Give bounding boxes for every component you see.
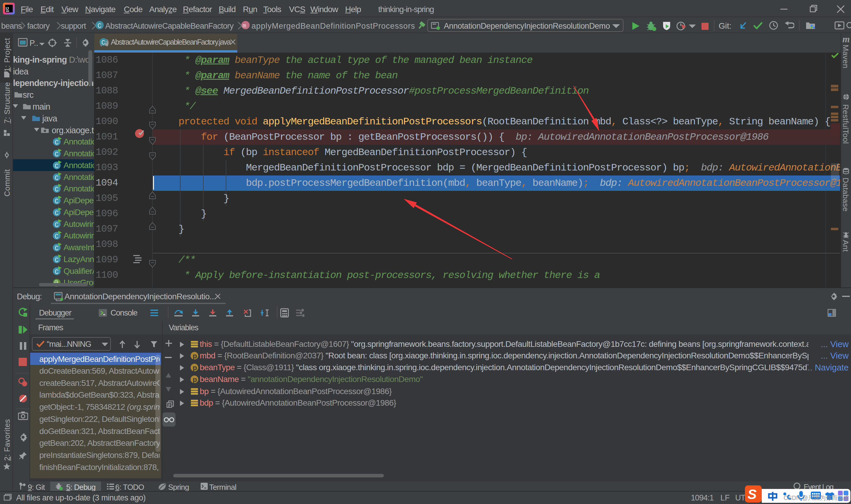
svg-text:IJ: IJ xyxy=(6,6,9,11)
svg-text:C: C xyxy=(101,39,105,47)
svg-text:p: p xyxy=(193,376,197,383)
svg-text:p: p xyxy=(193,352,197,360)
svg-text:C: C xyxy=(97,22,101,30)
svg-text:p: p xyxy=(193,364,197,372)
svg-text:m: m xyxy=(242,22,246,29)
